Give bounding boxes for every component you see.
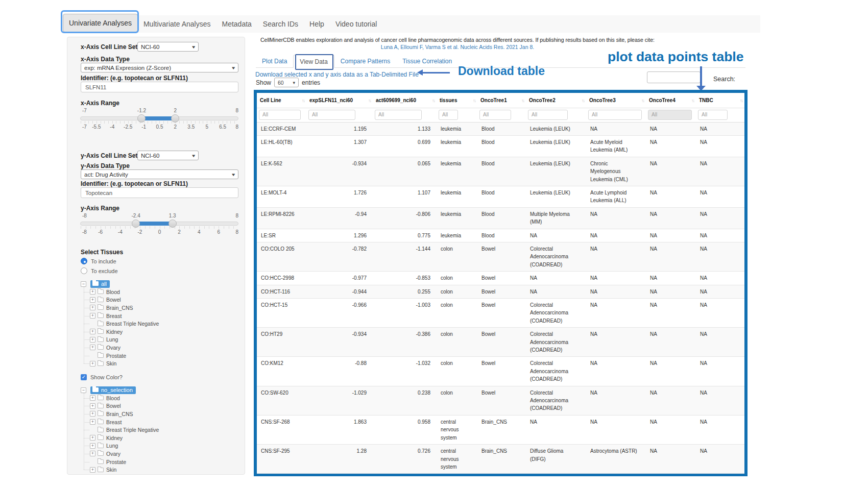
nav-tab-search-ids[interactable]: Search IDs xyxy=(257,20,304,28)
sort-icon[interactable]: ↑↓ xyxy=(432,98,435,103)
tree-item-breast-triple-negative[interactable]: +Breast Triple Negative xyxy=(84,320,159,328)
expand-icon[interactable]: + xyxy=(90,337,95,343)
citation-link[interactable]: Luna A, Elloumi F, Varma S et al. Nuclei… xyxy=(256,44,659,50)
tree-item-kidney[interactable]: +Kidney xyxy=(84,434,159,442)
table-row[interactable]: LE:HL-60(TB)1.3070.699leukemiaBloodLeuke… xyxy=(257,135,744,157)
show-color-checkbox-row[interactable]: ✓Show Color? xyxy=(81,374,123,380)
sort-icon[interactable]: ↑↓ xyxy=(641,98,644,103)
column-header-oncotree1[interactable]: OncoTree1↑↓ xyxy=(477,93,526,108)
y-axis-range-slider-handle-to[interactable] xyxy=(168,219,177,228)
table-row[interactable]: CO:HCC-2998-0.977-0.853colonBowelNANANAN… xyxy=(257,272,744,285)
tree-item-skin[interactable]: +Skin xyxy=(84,359,159,368)
tree-item-ovary[interactable]: +Ovary xyxy=(84,344,159,352)
column-header-cell-line[interactable]: Cell Line↑↓ xyxy=(257,93,306,108)
expand-icon[interactable]: + xyxy=(90,467,95,473)
tree-item-blood[interactable]: +Blood xyxy=(84,288,159,296)
tree-item-breast[interactable]: +Breast xyxy=(84,312,159,320)
filter-input-expslfn11-nci60[interactable]: All xyxy=(308,110,355,120)
table-row[interactable]: CO:KM12-0.88-1.032colonBowelColorectal A… xyxy=(257,357,744,386)
expand-icon[interactable]: + xyxy=(90,419,95,425)
filter-input-oncotree1[interactable]: All xyxy=(479,110,511,120)
filter-input-cell-line[interactable]: All xyxy=(259,110,301,120)
x-axis-identifier-input[interactable]: SLFN11 xyxy=(81,82,238,92)
table-row[interactable]: LE:RPMI-8226-0.94-0.806leukemiaBloodMult… xyxy=(257,207,744,229)
color-tree-root-node[interactable]: no_selection xyxy=(90,386,136,394)
expand-icon[interactable]: + xyxy=(90,305,95,310)
radio-to-exclude[interactable]: To exclude xyxy=(81,267,118,274)
column-header-tnbc[interactable]: TNBC↑↓ xyxy=(696,93,744,108)
column-header-oncotree4[interactable]: OncoTree4↑↓ xyxy=(646,93,696,108)
tree-item-kidney[interactable]: +Kidney xyxy=(84,328,159,336)
y-axis-cell-line-set-select[interactable]: NCI-60▾ xyxy=(137,151,199,160)
x-axis-range-slider-handle-to[interactable] xyxy=(171,114,179,123)
table-row[interactable]: LE:CCRF-CEM1.1951.133leukemiaBloodLeukem… xyxy=(257,122,744,135)
tree-item-bowel[interactable]: +Bowel xyxy=(84,402,159,410)
expand-icon[interactable]: + xyxy=(90,313,95,319)
checkbox-icon[interactable]: ✓ xyxy=(81,374,87,380)
tree-item-bowel[interactable]: +Bowel xyxy=(84,296,159,304)
x-axis-data-type-select[interactable]: exp: mRNA Expression (Z-Score)▾ xyxy=(81,63,238,72)
color-tree-root[interactable]: −no_selection xyxy=(81,386,159,394)
tree-item-prostate[interactable]: +Prostate xyxy=(84,458,159,466)
tab-plot-data[interactable]: Plot Data xyxy=(256,55,293,68)
table-row[interactable]: CO:COLO 205-0.782-1.144colonBowelColorec… xyxy=(257,242,744,271)
nav-tab-help[interactable]: Help xyxy=(304,20,330,28)
expand-icon[interactable]: + xyxy=(90,443,95,449)
column-header-act609699-nci60[interactable]: act609699_nci60↑↓ xyxy=(373,93,437,108)
tree-item-lung[interactable]: +Lung xyxy=(84,336,159,344)
tree-item-blood[interactable]: +Blood xyxy=(84,394,159,402)
radio-to-include[interactable]: To include xyxy=(81,258,116,264)
tab-tissue-correlation[interactable]: Tissue Correlation xyxy=(396,55,458,68)
expand-icon[interactable]: + xyxy=(90,289,95,295)
download-link[interactable]: Download selected x and y axis data as a… xyxy=(255,71,419,78)
tree-item-ovary[interactable]: +Ovary xyxy=(84,450,159,458)
expand-icon[interactable]: + xyxy=(90,329,95,334)
filter-input-tissues[interactable]: All xyxy=(439,110,458,120)
tree-item-breast-triple-negative[interactable]: +Breast Triple Negative xyxy=(84,426,159,434)
x-axis-range-slider-handle-from[interactable] xyxy=(137,114,146,123)
sort-icon[interactable]: ↑↓ xyxy=(473,98,475,103)
filter-input-act609699-nci60[interactable]: All xyxy=(375,110,422,120)
tissue-tree-root-node[interactable]: all xyxy=(90,280,110,288)
tree-item-lung[interactable]: +Lung xyxy=(84,442,159,450)
expand-icon[interactable]: + xyxy=(90,297,95,303)
sort-icon[interactable]: ↑↓ xyxy=(582,98,584,103)
expand-icon[interactable]: + xyxy=(90,403,95,409)
expand-icon[interactable]: + xyxy=(90,451,95,456)
y-axis-range-slider-handle-from[interactable] xyxy=(132,219,140,228)
collapse-icon[interactable]: − xyxy=(81,387,86,393)
sort-icon[interactable]: ↑↓ xyxy=(691,98,694,103)
expand-icon[interactable]: + xyxy=(90,411,95,417)
tissue-tree-root[interactable]: −all xyxy=(81,280,159,288)
sort-icon[interactable]: ↑↓ xyxy=(521,98,524,103)
table-row[interactable]: CNS:SF-2681.8630.958central nervous syst… xyxy=(257,415,744,444)
table-row[interactable]: CO:HCT-15-0.966-1.003colonBowelColorecta… xyxy=(257,299,744,328)
column-header-oncotree3[interactable]: OncoTree3↑↓ xyxy=(586,93,646,108)
column-header-tissues[interactable]: tissues↑↓ xyxy=(437,93,477,108)
table-row[interactable]: CO:HT29-0.934-0.386colonBowelColorectal … xyxy=(257,328,744,357)
expand-icon[interactable]: + xyxy=(90,345,95,350)
nav-tab-video-tutorial[interactable]: Video tutorial xyxy=(330,20,382,28)
sort-icon[interactable]: ↑↓ xyxy=(368,98,371,103)
filter-input-oncotree4[interactable]: All xyxy=(648,110,692,120)
table-row[interactable]: CO:SW-620-1.0290.238colonBowelColorectal… xyxy=(257,386,744,415)
tab-compare-patterns[interactable]: Compare Patterns xyxy=(334,55,396,68)
table-row[interactable]: CO:HCT-116-0.9440.255colonBowelNANANANA xyxy=(257,285,744,298)
table-row[interactable]: LE:MOLT-41.7261.107leukemiaBloodLeukemia… xyxy=(257,186,744,207)
filter-input-oncotree3[interactable]: All xyxy=(588,110,642,120)
table-row[interactable]: CNS:SF-2951.280.726central nervous syste… xyxy=(257,445,744,474)
y-axis-data-type-select[interactable]: act: Drug Activity▾ xyxy=(81,169,238,179)
column-header-expslfn11-nci60[interactable]: expSLFN11_nci60↑↓ xyxy=(306,93,373,108)
tree-item-brain-cns[interactable]: +Brain_CNS xyxy=(84,410,159,418)
table-row[interactable]: LE:K-562-0.9340.065leukemiaBloodLeukemia… xyxy=(257,157,744,186)
table-row[interactable]: LE:SR1.2960.775leukemiaBloodNANANANA xyxy=(257,229,744,242)
filter-input-tnbc[interactable]: All xyxy=(698,110,728,120)
expand-icon[interactable]: + xyxy=(90,395,95,401)
tree-item-skin[interactable]: +Skin xyxy=(84,466,159,474)
collapse-icon[interactable]: − xyxy=(81,281,86,287)
sort-icon[interactable]: ↑↓ xyxy=(302,98,304,103)
y-axis-identifier-input[interactable]: Topotecan xyxy=(81,187,238,198)
expand-icon[interactable]: + xyxy=(90,435,95,441)
tree-item-brain-cns[interactable]: +Brain_CNS xyxy=(84,304,159,312)
filter-input-oncotree2[interactable]: All xyxy=(528,110,568,120)
